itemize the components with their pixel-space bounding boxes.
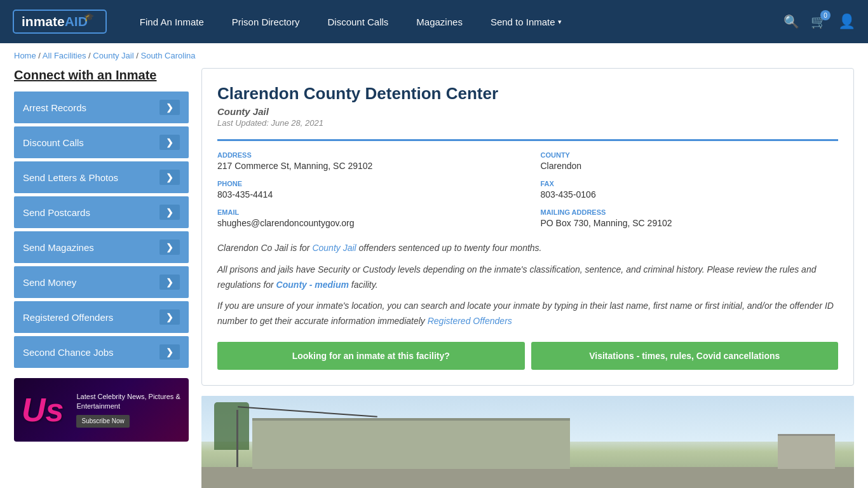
ad-content: Latest Celebrity News, Pictures & Entert… xyxy=(71,387,189,433)
sidebar-item-send-postcards[interactable]: Send Postcards ❯ xyxy=(14,196,189,228)
breadcrumb: Home / All Facilities / County Jail / So… xyxy=(0,43,868,68)
registered-offenders-link[interactable]: Registered Offenders xyxy=(428,316,512,326)
building-right xyxy=(778,434,835,469)
send-to-inmate-label: Send to Inmate xyxy=(491,17,555,27)
facility-desc2: All prisons and jails have Security or C… xyxy=(217,262,838,293)
building-main xyxy=(252,418,570,469)
phone-value: 803-435-4414 xyxy=(217,189,515,200)
main-layout: Connect with an Inmate Arrest Records ❯ … xyxy=(0,68,868,488)
breadcrumb-county-jail[interactable]: County Jail xyxy=(93,51,133,60)
sidebar-arrow-send-magazines: ❯ xyxy=(159,240,180,255)
nav-prison-directory[interactable]: Prison Directory xyxy=(218,0,314,43)
facility-info-grid: ADDRESS 217 Commerce St, Manning, SC 291… xyxy=(217,139,838,228)
facility-updated: Last Updated: June 28, 2021 xyxy=(217,118,838,128)
email-value: shughes@clarendoncountygov.org xyxy=(217,218,515,228)
nav-discount-calls[interactable]: Discount Calls xyxy=(313,0,402,43)
facility-image xyxy=(201,396,854,488)
phone-label: PHONE xyxy=(217,180,515,187)
facility-desc1: Clarendon Co Jail is for County Jail off… xyxy=(217,241,838,256)
sidebar-item-discount-calls[interactable]: Discount Calls ❯ xyxy=(14,126,189,158)
sidebar-item-arrest-records[interactable]: Arrest Records ❯ xyxy=(14,92,189,123)
county-jail-link[interactable]: County Jail xyxy=(312,243,356,253)
sidebar-arrow-send-letters: ❯ xyxy=(159,170,180,185)
county-block: COUNTY Clarendon xyxy=(541,151,839,171)
fax-value: 803-435-0106 xyxy=(541,189,839,200)
sidebar-label-arrest-records: Arrest Records xyxy=(23,102,86,113)
nav-magazines[interactable]: Magazines xyxy=(402,0,477,43)
logo-hat-icon: 🎓 xyxy=(84,12,94,22)
tree-left xyxy=(214,402,249,450)
ground-layer xyxy=(201,467,854,488)
phone-block: PHONE 803-435-4414 xyxy=(217,180,515,200)
sidebar-item-send-letters[interactable]: Send Letters & Photos ❯ xyxy=(14,161,189,193)
address-label: ADDRESS xyxy=(217,151,515,159)
sidebar-arrow-registered-offenders: ❯ xyxy=(159,309,180,325)
sidebar: Connect with an Inmate Arrest Records ❯ … xyxy=(14,68,189,488)
ad-cta[interactable]: Subscribe Now xyxy=(76,415,129,428)
search-icon[interactable]: 🔍 xyxy=(783,14,799,29)
nav-icons: 🔍 🛒 0 👤 xyxy=(783,13,855,30)
user-icon[interactable]: 👤 xyxy=(838,13,855,30)
email-label: EMAIL xyxy=(217,208,515,216)
sidebar-label-send-money: Send Money xyxy=(23,277,76,288)
sidebar-label-send-magazines: Send Magazines xyxy=(23,242,94,253)
sidebar-label-discount-calls: Discount Calls xyxy=(23,137,84,148)
ad-banner[interactable]: Us Latest Celebrity News, Pictures & Ent… xyxy=(14,378,189,442)
sidebar-arrow-send-postcards: ❯ xyxy=(159,205,180,220)
looking-for-inmate-button[interactable]: Looking for an inmate at this facility? xyxy=(217,342,525,370)
address-value: 217 Commerce St, Manning, SC 29102 xyxy=(217,161,515,171)
sidebar-item-second-chance-jobs[interactable]: Second Chance Jobs ❯ xyxy=(14,336,189,368)
logo-inmate-text: inmate xyxy=(22,14,65,29)
county-value: Clarendon xyxy=(541,161,839,171)
action-buttons: Looking for an inmate at this facility? … xyxy=(217,342,838,370)
email-block: EMAIL shughes@clarendoncountygov.org xyxy=(217,208,515,228)
nav-send-to-inmate[interactable]: Send to Inmate ▾ xyxy=(477,0,576,43)
send-to-inmate-chevron: ▾ xyxy=(558,18,562,26)
sidebar-label-registered-offenders: Registered Offenders xyxy=(23,312,113,323)
visitations-button[interactable]: Visitations - times, rules, Covid cancel… xyxy=(531,342,839,370)
sidebar-arrow-arrest-records: ❯ xyxy=(159,100,180,115)
facility-card: Clarendon County Detention Center County… xyxy=(201,68,854,386)
power-pole xyxy=(236,410,238,467)
sidebar-label-second-chance-jobs: Second Chance Jobs xyxy=(23,347,114,358)
breadcrumb-all-facilities[interactable]: All Facilities xyxy=(43,51,86,60)
fax-block: FAX 803-435-0106 xyxy=(541,180,839,200)
sidebar-label-send-letters: Send Letters & Photos xyxy=(23,172,118,183)
mailing-block: MAILING ADDRESS PO Box 730, Manning, SC … xyxy=(541,208,839,228)
county-medium-link[interactable]: County - medium xyxy=(276,280,349,290)
mailing-value: PO Box 730, Manning, SC 29102 xyxy=(541,218,839,228)
breadcrumb-home[interactable]: Home xyxy=(14,51,36,60)
logo[interactable]: inmate AID 🎓 xyxy=(13,10,107,34)
nav-links: Find An Inmate Prison Directory Discount… xyxy=(126,0,783,43)
nav-find-inmate[interactable]: Find An Inmate xyxy=(126,0,218,43)
facility-name: Clarendon County Detention Center xyxy=(217,84,838,104)
breadcrumb-state[interactable]: South Carolina xyxy=(140,51,195,60)
sidebar-arrow-second-chance-jobs: ❯ xyxy=(159,344,180,360)
sidebar-label-send-postcards: Send Postcards xyxy=(23,207,90,218)
sidebar-item-send-money[interactable]: Send Money ❯ xyxy=(14,266,189,298)
ad-us-logo: Us xyxy=(14,391,71,429)
cart-icon[interactable]: 🛒 0 xyxy=(811,14,827,29)
navbar: inmate AID 🎓 Find An Inmate Prison Direc… xyxy=(0,0,868,43)
address-block: ADDRESS 217 Commerce St, Manning, SC 291… xyxy=(217,151,515,171)
sidebar-arrow-send-money: ❯ xyxy=(159,274,180,290)
sidebar-item-send-magazines[interactable]: Send Magazines ❯ xyxy=(14,231,189,263)
cart-badge: 0 xyxy=(820,10,831,20)
fax-label: FAX xyxy=(541,180,839,187)
sidebar-arrow-discount-calls: ❯ xyxy=(159,135,180,150)
facility-type: County Jail xyxy=(217,106,838,117)
ad-headline: Latest Celebrity News, Pictures & Entert… xyxy=(76,392,184,412)
sidebar-title: Connect with an Inmate xyxy=(14,68,189,83)
sidebar-item-registered-offenders[interactable]: Registered Offenders ❯ xyxy=(14,301,189,333)
facility-desc3: If you are unsure of your inmate's locat… xyxy=(217,299,838,329)
main-content: Clarendon County Detention Center County… xyxy=(201,68,854,488)
mailing-label: MAILING ADDRESS xyxy=(541,208,839,216)
county-label: COUNTY xyxy=(541,151,839,159)
